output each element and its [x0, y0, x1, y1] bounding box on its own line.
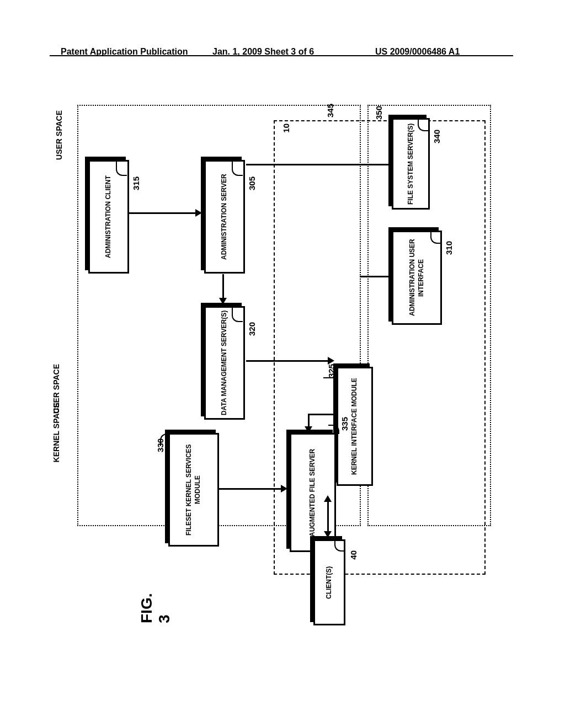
arrowhead-315-305	[195, 209, 202, 217]
arrowhead-320-325	[328, 357, 334, 365]
fileset-kernel-box: FILESET KERNEL SERVICES MODULE	[168, 433, 219, 547]
diagram-container: ADMINISTRATION CLIENT ADMINISTRATION SER…	[77, 105, 508, 623]
arrowhead-305-320	[219, 298, 227, 304]
admin-ui-box: ADMINISTRATION USER INTERFACE	[392, 231, 442, 325]
arrow-325-335-hseg	[308, 414, 335, 415]
arrow-315-305	[129, 212, 196, 214]
ref-305: 305	[247, 176, 257, 190]
arrowhead-325-335	[305, 426, 312, 433]
arrowhead-40-335	[324, 495, 332, 502]
conn-310-left	[360, 276, 390, 277]
ref-340: 340	[432, 130, 441, 143]
clients-box: CLIENT(S)	[313, 539, 345, 625]
admin-server-box: ADMINISTRATION SERVER	[204, 160, 245, 274]
leader-310	[430, 232, 441, 244]
ref-350: 350	[374, 106, 383, 120]
arrow-335-40	[327, 502, 329, 532]
arrowhead-330-335	[281, 485, 287, 493]
figure-label: FIG. 3	[138, 585, 173, 623]
admin-client-box: ADMINISTRATION CLIENT	[88, 160, 129, 274]
leader-325	[323, 367, 335, 378]
arrow-305-320	[222, 274, 224, 299]
user-space-text: USER SPACE	[55, 110, 63, 160]
arrow-330-335	[218, 488, 282, 490]
leader-340	[418, 119, 429, 131]
kernel-space-label-real: KERNEL SPACE	[52, 403, 61, 462]
header-rule	[50, 55, 513, 56]
leader-320	[232, 307, 243, 322]
ref-40: 40	[349, 550, 358, 560]
data-mgmt-box: DATA MANAGEMENT SERVER(S)	[204, 306, 245, 420]
conn-305-right	[246, 164, 388, 165]
ref-320: 320	[247, 322, 257, 336]
leader-315	[116, 161, 127, 176]
ref-310: 310	[444, 241, 454, 255]
ref-10: 10	[281, 124, 291, 133]
leader-305	[232, 161, 243, 176]
user-space-label: USER SPACE	[55, 110, 63, 160]
ref-345: 345	[326, 104, 335, 117]
ref-315: 315	[131, 176, 141, 190]
leader-330	[160, 433, 171, 446]
ref-335: 335	[340, 417, 349, 431]
arrowhead-335-40	[324, 531, 332, 538]
arrow-325-335-leg	[334, 368, 336, 414]
file-system-servers-box: FILE SYSTEM SERVER(S)	[392, 118, 430, 210]
arrow-320-325	[246, 360, 329, 362]
